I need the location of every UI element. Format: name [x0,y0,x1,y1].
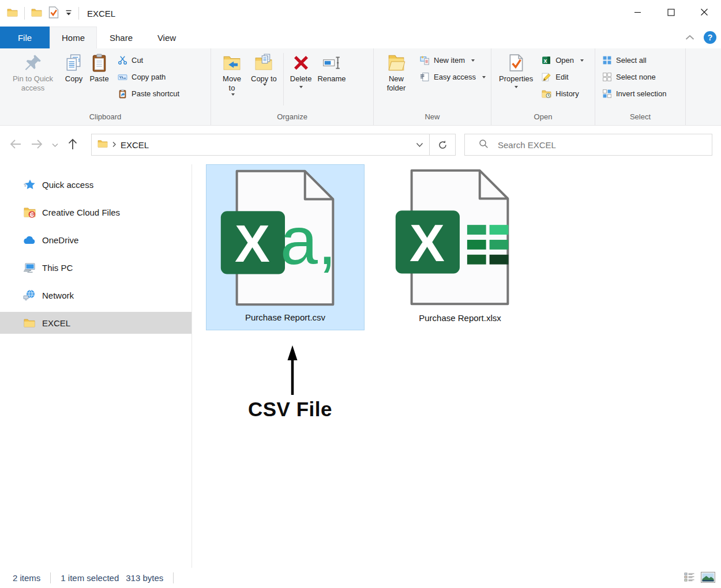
search-icon [479,139,489,150]
ribbon: Pin to Quick access Copy Paste [0,48,721,126]
paste-button[interactable]: Paste [87,52,112,85]
search-box[interactable] [464,134,712,156]
new-item-icon [420,55,430,65]
history-icon [542,89,551,99]
copy-to-icon [254,53,273,73]
quick-access-toolbar [0,6,79,20]
sidebar-item-excel[interactable]: EXCEL [0,312,191,334]
status-separator [50,572,51,583]
copy-to-button[interactable]: Copy to [248,52,280,87]
delete-button[interactable]: Delete [287,52,315,89]
qat-properties-icon[interactable] [48,6,59,20]
paste-icon [89,53,109,73]
cut-button[interactable]: Cut [118,55,179,65]
creative-cloud-icon [23,207,36,218]
easy-access-button[interactable]: Easy access [420,72,486,82]
sidebar-item-label: This PC [42,263,73,273]
sidebar-item-quick-access[interactable]: Quick access [0,174,191,195]
status-bar: 2 items 1 item selected 313 bytes [0,568,721,588]
properties-button[interactable]: Properties [496,52,536,89]
rename-button[interactable]: Rename [314,52,348,85]
maximize-button[interactable] [654,0,688,24]
select-none-button[interactable]: Select none [602,72,666,82]
pin-to-quick-access-button[interactable]: Pin to Quick access [5,52,61,95]
details-view-button[interactable] [684,572,695,584]
qat-new-folder-icon[interactable] [31,8,42,19]
sidebar-item-network[interactable]: Network [0,284,191,306]
forward-button[interactable] [31,138,43,152]
titlebar-separator [78,7,79,20]
svg-text:a,: a, [280,203,337,278]
recent-locations-chevron-icon[interactable] [52,141,58,149]
breadcrumb-segment[interactable]: EXCEL [121,140,149,150]
search-input[interactable] [497,140,712,150]
back-button[interactable] [9,138,22,152]
sidebar-item-onedrive[interactable]: OneDrive [0,229,191,251]
rename-icon [322,53,341,73]
tab-share[interactable]: Share [97,27,145,48]
selection-size: 313 bytes [126,573,163,583]
new-item-button[interactable]: New item [420,55,486,65]
up-button[interactable] [67,138,78,152]
sidebar-item-this-pc[interactable]: This PC [0,257,191,278]
address-bar[interactable]: EXCEL [91,134,456,156]
close-button[interactable] [688,0,721,24]
dropdown-caret-icon [580,59,584,62]
csv-file-icon: X a, [206,165,364,310]
history-button[interactable]: History [542,89,584,99]
collapse-ribbon-chevron-icon[interactable] [685,33,694,42]
open-button[interactable]: x Open [542,55,584,65]
group-label-organize: Organize [211,111,373,125]
file-tile-purchase-report-csv[interactable]: X a, Purchase Report.csv [206,164,365,330]
group-inner-separator [283,53,284,105]
items-count: 2 items [13,573,40,583]
dropdown-caret-icon [515,86,518,88]
network-icon [23,289,36,301]
breadcrumb-chevron-icon[interactable] [112,141,117,149]
new-folder-button[interactable]: New folder [378,52,414,95]
computer-icon [23,262,36,273]
selection-status: 1 item selected [61,573,119,583]
invert-selection-button[interactable]: Invert selection [602,89,666,99]
large-icons-view-button[interactable] [701,572,715,585]
paste-shortcut-icon [118,89,127,99]
sidebar-item-label: Creative Cloud Files [42,208,120,217]
status-separator [173,572,174,583]
group-label-new: New [374,111,491,125]
help-button[interactable]: ? [704,31,716,44]
group-label-select: Select [595,111,685,125]
minimize-button[interactable] [621,0,654,24]
edit-pencil-icon [542,72,551,82]
edit-button[interactable]: Edit [542,72,584,82]
sidebar-item-label: Quick access [42,180,93,190]
dropdown-caret-icon [299,86,303,88]
select-none-icon [602,72,612,82]
refresh-button[interactable] [430,140,455,150]
properties-icon [506,53,526,73]
address-dropdown-chevron-icon[interactable] [410,142,429,148]
paste-shortcut-button[interactable]: Paste shortcut [118,89,179,99]
pin-icon [23,53,43,73]
svg-text:x: x [544,57,547,64]
annotation-arrow-icon [279,343,306,399]
select-all-button[interactable]: Select all [602,55,666,65]
sidebar-item-label: EXCEL [42,318,70,328]
navigation-pane: Quick access Creative Cloud Files OneDri… [0,164,192,568]
sidebar-item-creative-cloud-files[interactable]: Creative Cloud Files [0,201,191,223]
move-to-button[interactable]: Move to [216,52,248,97]
copy-button[interactable]: Copy [61,52,87,85]
svg-text:X: X [235,214,270,273]
file-tile-purchase-report-xlsx[interactable]: X Purchase Report.xlsx [381,164,539,330]
qat-customize-caret-icon[interactable] [65,9,72,18]
window-title: EXCEL [87,9,115,18]
group-label-clipboard: Clipboard [0,111,211,125]
dropdown-caret-icon [263,84,266,86]
sidebar-item-label: Network [42,291,74,300]
folder-icon [23,318,36,328]
tab-file[interactable]: File [0,27,50,48]
tab-view[interactable]: View [145,27,188,48]
copy-path-button[interactable]: Copy path [118,72,179,82]
move-to-icon [222,53,242,73]
tab-home[interactable]: Home [50,27,97,48]
easy-access-icon [420,72,430,82]
